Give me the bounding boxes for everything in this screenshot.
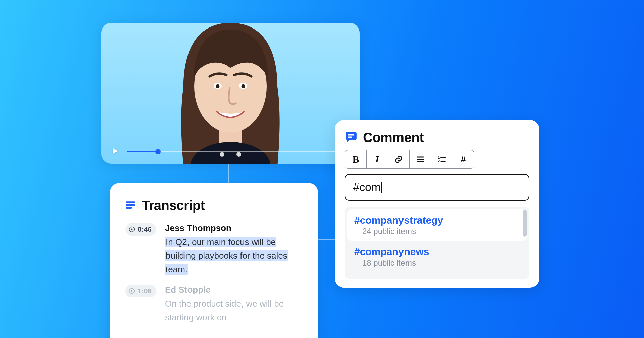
timestamp-label: 1:06 <box>138 287 152 295</box>
tag-meta: 24 public items <box>354 227 520 236</box>
transcript-text[interactable]: On the product side, we will be starting… <box>165 297 303 324</box>
text-cursor <box>381 182 382 193</box>
transcript-icon <box>125 200 136 211</box>
tag-suggestion[interactable]: #companystrategy 24 public items <box>347 209 527 241</box>
comment-card: Comment B I 12 # #com #companystrategy 2… <box>335 120 539 288</box>
timestamp-label: 0:46 <box>138 225 152 233</box>
hashtag-button[interactable]: # <box>452 150 474 168</box>
timestamp-chip[interactable]: 0:46 <box>125 223 156 236</box>
video-player-bar <box>101 139 360 164</box>
play-circle-icon <box>129 288 135 294</box>
comment-title: Comment <box>363 130 424 145</box>
play-circle-icon <box>129 226 135 232</box>
svg-rect-14 <box>348 136 353 137</box>
comment-input[interactable]: #com <box>345 174 529 201</box>
format-toolbar: B I 12 # <box>345 150 474 169</box>
transcript-entry: 0:46 Jess Thompson In Q2, our main focus… <box>125 223 303 276</box>
transcript-card: Transcript 0:46 Jess Thompson In Q2, our… <box>110 183 318 338</box>
tag-meta: 18 public items <box>354 258 520 268</box>
svg-text:1: 1 <box>438 155 440 159</box>
connector-line-horizontal <box>309 239 336 240</box>
comment-input-value: #com <box>353 181 381 194</box>
svg-point-7 <box>241 84 245 88</box>
tag-suggestions: #companystrategy 24 public items #compan… <box>345 207 529 279</box>
transcript-text[interactable]: In Q2, our main focus will be building p… <box>165 235 303 276</box>
bullet-list-button[interactable] <box>410 150 431 168</box>
bullet-list-icon <box>416 155 425 164</box>
video-progress-fill <box>127 151 158 152</box>
timestamp-chip[interactable]: 1:06 <box>125 285 156 297</box>
speaker-name: Ed Stopple <box>165 285 303 295</box>
numbered-list-button[interactable]: 12 <box>431 150 452 168</box>
transcript-title: Transcript <box>142 198 205 213</box>
link-icon <box>394 155 404 164</box>
italic-button[interactable]: I <box>367 150 388 168</box>
link-button[interactable] <box>388 150 410 168</box>
play-icon[interactable] <box>111 147 119 157</box>
numbered-list-icon: 12 <box>437 155 446 164</box>
scrollbar-thumb[interactable] <box>523 210 527 237</box>
speaker-name: Jess Thompson <box>165 223 303 233</box>
tag-suggestion[interactable]: #companynews 18 public items <box>347 241 527 272</box>
video-seek-knob[interactable] <box>155 149 161 154</box>
svg-text:2: 2 <box>438 159 440 163</box>
tag-name: #companynews <box>354 246 520 258</box>
svg-point-6 <box>216 84 220 88</box>
svg-rect-13 <box>348 134 355 135</box>
video-card <box>101 23 360 164</box>
transcript-entry: 1:06 Ed Stopple On the product side, we … <box>125 285 303 324</box>
video-seek-track[interactable] <box>127 151 350 152</box>
tag-name: #companystrategy <box>354 215 520 226</box>
